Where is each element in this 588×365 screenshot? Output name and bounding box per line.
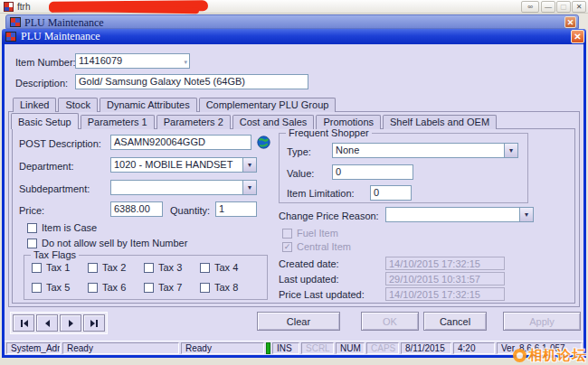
nav-last-button[interactable] (83, 314, 105, 332)
price-last-updated-value: 14/10/2015 17:32:15 (389, 289, 480, 300)
checkbox-box[interactable] (88, 283, 98, 293)
window-close-button[interactable]: ✕ (571, 30, 584, 43)
item-number-field[interactable]: 11416079 ▾ (75, 53, 190, 69)
checkbox-box[interactable] (27, 223, 37, 233)
no-sell-by-item-number-checkbox[interactable]: Do not allow sell by Item Number (27, 238, 187, 248)
desktop-strip (0, 358, 588, 365)
status-scrl: SCRL (301, 342, 334, 354)
last-updated-value: 29/10/2015 10:31:57 (389, 274, 480, 285)
back-window-titlebar[interactable]: PLU Maintenance ✕ (5, 14, 579, 29)
checkbox-box[interactable] (88, 263, 98, 273)
checkbox-box[interactable] (27, 239, 37, 248)
price-label: Price: (19, 205, 44, 216)
dropdown-arrow-icon[interactable]: ▾ (242, 181, 256, 194)
dropdown-arrow-icon[interactable]: ▾ (519, 208, 533, 221)
link-button[interactable]: ∞ (521, 1, 539, 13)
fs-item-limitation-field[interactable]: 0 (370, 185, 412, 201)
outer-close-button[interactable]: ✕ (572, 1, 586, 13)
tax-6-checkbox[interactable]: Tax 6 (88, 282, 126, 293)
description-field[interactable]: Gold/ Samsung Galaxy Note5 (64GB) (75, 74, 308, 89)
checkbox-box[interactable] (32, 263, 42, 273)
tab-shelf-labels-and-oem[interactable]: Shelf Labels and OEM (383, 115, 497, 129)
plu-window-icon (5, 32, 16, 42)
apply-button: Apply (503, 312, 581, 331)
tab-complementary-plu-group[interactable]: Complementary PLU Group (199, 98, 337, 112)
tax-4-checkbox[interactable]: Tax 4 (200, 262, 238, 273)
fs-value-value: 0 (336, 166, 341, 177)
plu-maintenance-window: PLU Maintenance ✕ Item Number: 11416079 … (2, 29, 586, 358)
apply-button-label: Apply (529, 316, 555, 327)
change-price-reason-value (386, 208, 519, 221)
quantity-field[interactable]: 1 (215, 201, 257, 217)
post-description-field[interactable]: ASAMN920064GGD (110, 135, 251, 150)
price-last-updated-field: 14/10/2015 17:32:15 (385, 287, 505, 301)
description-value: Gold/ Samsung Galaxy Note5 (64GB) (79, 76, 245, 87)
globe-icon[interactable] (257, 136, 270, 149)
tab-stock[interactable]: Stock (58, 98, 98, 112)
tax-1-checkbox[interactable]: Tax 1 (32, 262, 70, 273)
maximize-icon: ▢ (560, 3, 567, 11)
tax-8-checkbox[interactable]: Tax 8 (200, 282, 238, 293)
bottom-tabstrip: Basic Setup Parameters 1 Parameters 2 Co… (11, 113, 498, 129)
tax-3-checkbox[interactable]: Tax 3 (144, 262, 182, 273)
quantity-value: 1 (219, 203, 224, 214)
outer-window-title: ftrh (17, 2, 30, 12)
status-time: 4:20 (453, 342, 495, 354)
tax-2-label: Tax 2 (102, 262, 126, 273)
price-value: 6388.00 (114, 203, 150, 214)
cancel-button-label: Cancel (440, 316, 470, 327)
price-field[interactable]: 6388.00 (110, 201, 163, 217)
tax-2-checkbox[interactable]: Tax 2 (88, 262, 126, 273)
tab-promotions[interactable]: Promotions (316, 115, 381, 129)
item-is-case-label: Item is Case (42, 222, 97, 233)
status-message: Ready (62, 342, 179, 354)
checkbox-box[interactable] (200, 263, 210, 273)
fs-type-label: Type: (287, 146, 311, 157)
back-close-button[interactable]: ✕ (564, 16, 576, 28)
tab-basic-setup[interactable]: Basic Setup (11, 113, 79, 129)
tax-7-checkbox[interactable]: Tax 7 (144, 282, 182, 293)
close-icon: ✕ (576, 3, 583, 11)
fuel-item-checkbox: Fuel Item (282, 228, 338, 239)
checkbox-box[interactable] (32, 283, 42, 293)
change-price-reason-label: Change Price Reason: (279, 211, 379, 221)
clear-button[interactable]: Clear (257, 312, 340, 331)
outer-titlebar: ftrh ∞ — ▢ ✕ (0, 0, 588, 14)
maximize-button: ▢ (556, 1, 571, 13)
fs-type-dropdown[interactable]: None ▾ (332, 143, 518, 158)
minimize-button[interactable]: — (541, 1, 555, 13)
nav-first-button[interactable] (13, 314, 34, 332)
nav-previous-button[interactable] (36, 314, 58, 332)
checkbox-box[interactable] (144, 283, 154, 293)
tab-parameters-2[interactable]: Parameters 2 (156, 115, 231, 129)
subdepartment-dropdown[interactable]: ▾ (110, 180, 257, 195)
checkbox-box (282, 229, 292, 239)
tab-parameters-1[interactable]: Parameters 1 (81, 115, 155, 129)
window-titlebar[interactable]: PLU Maintenance ✕ (2, 29, 586, 44)
department-dropdown[interactable]: 1020 - MOBILE HANDSET ▾ (110, 157, 257, 173)
window-body: Item Number: 11416079 ▾ Description: Gol… (2, 44, 586, 358)
status-indicator (266, 342, 270, 354)
fs-value-label: Value: (287, 168, 314, 179)
tab-cost-and-sales[interactable]: Cost and Sales (232, 115, 315, 129)
fuel-item-label: Fuel Item (297, 228, 338, 239)
cancel-button[interactable]: Cancel (423, 312, 487, 331)
item-is-case-checkbox[interactable]: Item is Case (27, 222, 97, 233)
tab-linked[interactable]: Linked (13, 98, 56, 112)
item-number-dropdown-icon[interactable]: ▾ (184, 59, 187, 66)
tab-dynamic-attributes[interactable]: Dynamic Attributes (100, 98, 197, 112)
change-price-reason-dropdown[interactable]: ▾ (385, 207, 534, 222)
checkbox-box[interactable] (144, 263, 154, 273)
price-last-updated-label: Price Last updated: (279, 289, 365, 300)
top-tabstrip: Linked Stock Dynamic Attributes Compleme… (13, 97, 337, 112)
nav-next-button[interactable] (60, 314, 81, 332)
dropdown-arrow-icon[interactable]: ▾ (504, 144, 517, 157)
fs-value-field[interactable]: 0 (332, 164, 413, 180)
status-date: 8/11/2015 (401, 342, 451, 354)
dropdown-arrow-icon[interactable]: ▾ (242, 158, 256, 172)
checkbox-box[interactable] (200, 283, 210, 293)
plu-window-icon (10, 17, 21, 27)
status-message-2: Ready (181, 342, 264, 354)
tax-5-checkbox[interactable]: Tax 5 (32, 282, 70, 293)
tab-panel-outer: Basic Setup Parameters 1 Parameters 2 Co… (8, 111, 580, 307)
